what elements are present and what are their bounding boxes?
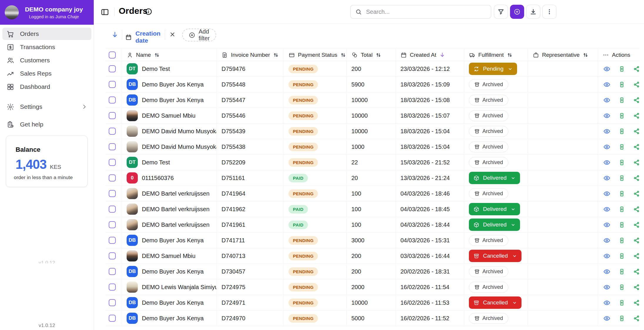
row-checkbox[interactable] [109, 112, 116, 119]
sidebar-item-sales-reps[interactable]: Sales Reps [2, 67, 91, 80]
fulfillment-status-button[interactable]: Archived [469, 79, 508, 90]
share-icon[interactable] [633, 299, 640, 306]
row-checkbox[interactable] [109, 315, 116, 322]
column-header-total[interactable]: Total [347, 49, 396, 61]
sidebar-toggle-icon[interactable] [100, 8, 109, 16]
fulfillment-status-button[interactable]: Delivered [469, 219, 520, 231]
receipt-icon[interactable] [618, 268, 625, 275]
receipt-icon[interactable] [618, 159, 625, 166]
column-header-payment[interactable]: Payment Status [284, 49, 347, 61]
column-header-created[interactable]: Created At [396, 49, 464, 61]
row-checkbox[interactable] [109, 299, 116, 306]
receipt-icon[interactable] [618, 221, 625, 228]
row-checkbox[interactable] [109, 237, 116, 244]
receipt-icon[interactable] [618, 237, 625, 244]
share-icon[interactable] [633, 206, 640, 213]
fulfillment-status-button[interactable]: Delivered [469, 203, 520, 215]
row-checkbox[interactable] [109, 174, 116, 181]
view-order-icon[interactable] [603, 237, 611, 244]
share-icon[interactable] [633, 221, 640, 228]
filter-button[interactable] [494, 5, 508, 19]
receipt-icon[interactable] [618, 253, 625, 259]
view-order-icon[interactable] [603, 128, 611, 135]
row-checkbox[interactable] [109, 206, 116, 213]
share-icon[interactable] [633, 284, 640, 291]
row-checkbox[interactable] [109, 252, 116, 259]
row-checkbox[interactable] [109, 268, 116, 275]
receipt-icon[interactable] [618, 190, 625, 197]
view-order-icon[interactable] [603, 315, 611, 322]
fulfillment-status-button[interactable]: Archived [469, 157, 508, 168]
fulfillment-status-button[interactable]: Delivered [469, 172, 520, 184]
share-icon[interactable] [633, 97, 640, 104]
receipt-icon[interactable] [618, 284, 625, 291]
creation-date-filter-chip[interactable]: Creation date [125, 30, 160, 44]
view-order-icon[interactable] [603, 112, 611, 119]
receipt-icon[interactable] [618, 144, 625, 150]
share-icon[interactable] [633, 128, 640, 135]
share-icon[interactable] [633, 66, 640, 72]
column-header-representative[interactable]: Representative [528, 49, 598, 61]
view-order-icon[interactable] [603, 221, 611, 229]
fulfillment-status-button[interactable]: Archived [469, 235, 508, 246]
view-order-icon[interactable] [603, 96, 611, 104]
row-checkbox[interactable] [109, 128, 116, 135]
select-all-checkbox[interactable] [109, 51, 116, 59]
fulfillment-status-button[interactable]: Pending [469, 63, 517, 75]
remove-filter-icon[interactable] [169, 31, 176, 38]
receipt-icon[interactable] [618, 128, 625, 135]
fulfillment-status-button[interactable]: Archived [469, 95, 508, 106]
fulfillment-status-button[interactable]: Archived [469, 188, 508, 199]
row-checkbox[interactable] [109, 143, 116, 150]
info-icon[interactable] [145, 8, 152, 16]
sidebar-item-transactions[interactable]: Transactions [2, 41, 91, 53]
row-checkbox[interactable] [109, 81, 116, 88]
receipt-icon[interactable] [618, 81, 625, 88]
sort-direction-icon[interactable] [111, 31, 119, 39]
fulfillment-status-button[interactable]: Cancelled [469, 250, 521, 262]
share-icon[interactable] [633, 175, 640, 181]
view-order-icon[interactable] [603, 206, 611, 213]
sidebar-item-get-help[interactable]: Get help [2, 118, 91, 131]
more-options-button[interactable] [542, 5, 556, 19]
column-header-actions[interactable]: Actions [598, 49, 640, 61]
fulfillment-status-button[interactable]: Archived [469, 126, 508, 137]
add-filter-button[interactable]: Add filter [182, 29, 216, 41]
receipt-icon[interactable] [618, 206, 625, 213]
sidebar-item-customers[interactable]: Customers [2, 54, 91, 66]
row-checkbox[interactable] [109, 190, 116, 197]
receipt-icon[interactable] [618, 299, 625, 306]
export-button[interactable] [526, 5, 540, 19]
share-icon[interactable] [633, 315, 640, 322]
fulfillment-status-button[interactable]: Archived [469, 313, 508, 324]
view-order-icon[interactable] [603, 81, 611, 88]
sidebar-item-dashboard[interactable]: Dashboard [2, 81, 91, 93]
fulfillment-status-button[interactable]: Archived [469, 282, 508, 293]
view-order-icon[interactable] [603, 174, 611, 182]
add-order-button[interactable] [510, 5, 524, 19]
column-header-invoice[interactable]: Invoice Number [217, 49, 284, 61]
receipt-icon[interactable] [618, 66, 625, 72]
share-icon[interactable] [633, 190, 640, 197]
share-icon[interactable] [633, 268, 640, 275]
column-header-name[interactable]: Name [122, 49, 217, 61]
row-checkbox[interactable] [109, 284, 116, 291]
sidebar-item-settings[interactable]: Settings [2, 101, 91, 113]
view-order-icon[interactable] [603, 284, 611, 291]
share-icon[interactable] [633, 159, 640, 166]
share-icon[interactable] [633, 253, 640, 259]
view-order-icon[interactable] [603, 268, 611, 275]
receipt-icon[interactable] [618, 315, 625, 322]
row-checkbox[interactable] [109, 65, 116, 72]
share-icon[interactable] [633, 81, 640, 88]
share-icon[interactable] [633, 112, 640, 119]
view-order-icon[interactable] [603, 299, 611, 306]
share-icon[interactable] [633, 237, 640, 244]
sidebar-item-orders[interactable]: Orders [2, 28, 91, 40]
column-header-fulfillment[interactable]: Fulfillment [464, 49, 528, 61]
fulfillment-status-button[interactable]: Archived [469, 266, 508, 277]
view-order-icon[interactable] [603, 143, 611, 151]
row-checkbox[interactable] [109, 96, 116, 104]
row-checkbox[interactable] [109, 221, 116, 228]
receipt-icon[interactable] [618, 97, 625, 104]
